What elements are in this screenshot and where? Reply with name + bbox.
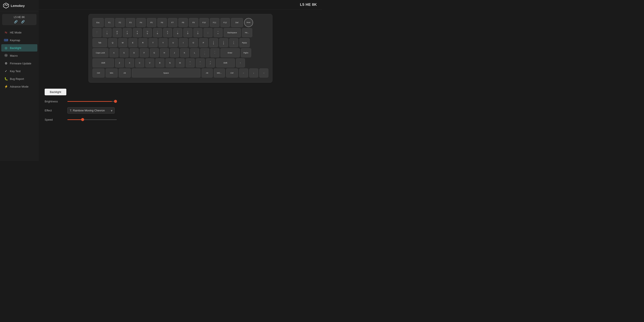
- key-f6[interactable]: F6: [157, 18, 167, 27]
- key-quote[interactable]: "': [210, 48, 220, 57]
- key-n[interactable]: N: [166, 58, 174, 68]
- key-backspace[interactable]: Backspace: [224, 28, 241, 37]
- key-backslash[interactable]: |\: [229, 38, 238, 47]
- link-icon-1[interactable]: 🔗: [14, 20, 18, 24]
- sidebar-item-he-mode[interactable]: ⇆ HE Mode: [1, 29, 37, 36]
- backlight-tab[interactable]: Backlight: [45, 89, 66, 95]
- key-backtick[interactable]: ~`: [92, 28, 102, 37]
- key-u[interactable]: U: [169, 38, 178, 47]
- key-period[interactable]: >.: [196, 58, 205, 68]
- key-o[interactable]: O: [189, 38, 198, 47]
- key-f1[interactable]: F1: [105, 18, 114, 27]
- key-5[interactable]: %5: [143, 28, 152, 37]
- key-w[interactable]: W: [118, 38, 127, 47]
- bug-icon: 🐛: [4, 77, 8, 80]
- key-1[interactable]: !1: [102, 28, 112, 37]
- key-ctrl-right[interactable]: Ctrl: [226, 68, 238, 78]
- key-f3[interactable]: F3: [126, 18, 135, 27]
- link-icon-2[interactable]: 🔗: [21, 20, 25, 24]
- key-z[interactable]: Z: [115, 58, 124, 68]
- key-shift-right[interactable]: Shift: [216, 58, 235, 68]
- key-f8[interactable]: F8: [178, 18, 188, 27]
- key-left[interactable]: ←: [239, 68, 248, 78]
- key-slash[interactable]: ?/: [206, 58, 215, 68]
- key-ctrl-left[interactable]: Ctrl: [92, 68, 104, 78]
- macro-icon: Ⓜ: [4, 54, 8, 57]
- key-t[interactable]: T: [148, 38, 158, 47]
- key-e[interactable]: E: [128, 38, 138, 47]
- effect-select[interactable]: 1. Static 2. Breathing 3. Rainbow Wave 4…: [68, 107, 115, 114]
- key-pgdn[interactable]: PgDn: [241, 48, 251, 57]
- key-q[interactable]: Q: [108, 38, 117, 47]
- key-semicolon[interactable]: :;: [200, 48, 209, 57]
- key-pgup[interactable]: PgUp: [239, 38, 250, 47]
- key-comma[interactable]: <,: [186, 58, 195, 68]
- key-win[interactable]: Win: [106, 68, 118, 78]
- sidebar-item-backlight[interactable]: ◎ Backlight: [1, 44, 37, 52]
- key-f12[interactable]: F12: [220, 18, 230, 27]
- key-right[interactable]: →: [259, 68, 268, 78]
- key-6[interactable]: ^6: [153, 28, 162, 37]
- key-esc[interactable]: Esc: [92, 18, 104, 27]
- brightness-slider[interactable]: [68, 99, 117, 104]
- key-f2[interactable]: F2: [115, 18, 125, 27]
- key-space[interactable]: Space: [132, 68, 200, 78]
- key-b[interactable]: B: [156, 58, 164, 68]
- key-alt-left[interactable]: Alt: [119, 68, 131, 78]
- sidebar-item-keymap[interactable]: ⌨ Keymap: [1, 36, 37, 44]
- key-mo[interactable]: MO...: [214, 68, 225, 78]
- speed-slider[interactable]: [68, 118, 117, 122]
- key-7[interactable]: &7: [163, 28, 172, 37]
- key-i[interactable]: I: [179, 38, 188, 47]
- key-r[interactable]: R: [138, 38, 148, 47]
- sidebar-item-key-test[interactable]: ✓ Key Test: [1, 68, 37, 75]
- key-y[interactable]: Y: [159, 38, 168, 47]
- key-d[interactable]: D: [130, 48, 139, 57]
- sidebar-item-firmware-update[interactable]: ⚙ Firmware Update: [1, 60, 37, 67]
- key-8[interactable]: *8: [173, 28, 182, 37]
- key-v[interactable]: V: [145, 58, 154, 68]
- key-f4[interactable]: F4: [136, 18, 146, 27]
- key-j[interactable]: J: [170, 48, 179, 57]
- key-f9[interactable]: F9: [189, 18, 198, 27]
- key-down[interactable]: ↓: [249, 68, 258, 78]
- key-equals[interactable]: +=: [214, 28, 222, 37]
- brightness-thumb[interactable]: [114, 100, 117, 103]
- key-f11[interactable]: F11: [210, 18, 220, 27]
- key-3[interactable]: #3: [123, 28, 132, 37]
- key-tab[interactable]: Tab: [92, 38, 107, 47]
- key-alt-right[interactable]: Alt: [202, 68, 213, 78]
- key-x[interactable]: X: [125, 58, 134, 68]
- key-4[interactable]: $4: [133, 28, 142, 37]
- sidebar-item-advance-mode[interactable]: ⚡ Advance Mode: [1, 83, 37, 90]
- key-rbracket[interactable]: }]: [219, 38, 228, 47]
- key-mute[interactable]: Mute: [244, 18, 253, 27]
- key-s[interactable]: S: [120, 48, 128, 57]
- key-2[interactable]: @2: [113, 28, 122, 37]
- key-f5[interactable]: F5: [147, 18, 156, 27]
- key-l[interactable]: L: [190, 48, 199, 57]
- key-home[interactable]: Ho...: [242, 28, 252, 37]
- key-g[interactable]: G: [150, 48, 159, 57]
- key-9[interactable]: (9: [183, 28, 192, 37]
- key-f7[interactable]: F7: [168, 18, 177, 27]
- key-minus[interactable]: _-: [204, 28, 212, 37]
- key-f[interactable]: F: [140, 48, 149, 57]
- key-up[interactable]: ↑: [236, 58, 245, 68]
- sidebar-item-macro[interactable]: Ⓜ Macro: [1, 52, 37, 59]
- key-h[interactable]: H: [160, 48, 169, 57]
- key-m[interactable]: M: [176, 58, 184, 68]
- key-c[interactable]: C: [135, 58, 144, 68]
- key-0[interactable]: )0: [194, 28, 202, 37]
- key-a[interactable]: A: [110, 48, 118, 57]
- key-k[interactable]: K: [180, 48, 189, 57]
- key-f10[interactable]: F10: [200, 18, 209, 27]
- key-del[interactable]: Del: [231, 18, 243, 27]
- sidebar-item-bug-report[interactable]: 🐛 Bug Report: [1, 75, 37, 82]
- key-shift-left[interactable]: Shift: [92, 58, 114, 68]
- key-lbracket[interactable]: {[: [209, 38, 218, 47]
- key-capslock[interactable]: Caps Lock: [92, 48, 108, 57]
- key-p[interactable]: P: [199, 38, 208, 47]
- key-enter[interactable]: Enter: [220, 48, 240, 57]
- speed-thumb[interactable]: [81, 118, 84, 121]
